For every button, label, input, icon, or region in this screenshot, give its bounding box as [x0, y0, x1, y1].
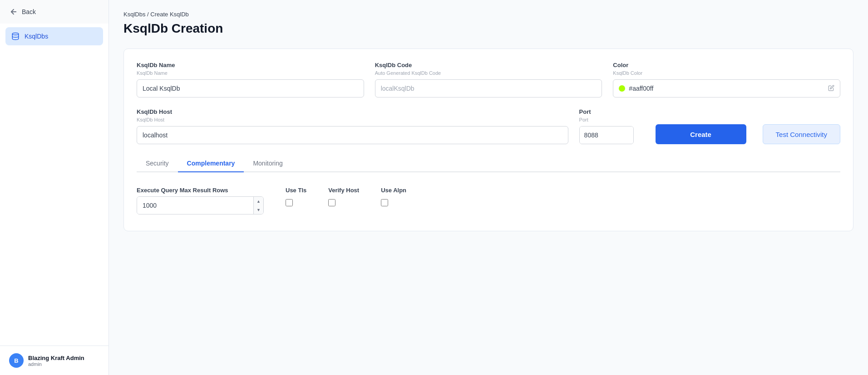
port-input[interactable] — [580, 127, 634, 144]
ksqldb-color-field: Color KsqlDb Color #aaff00ff — [613, 62, 840, 97]
sidebar: Back KsqlDbs B Blazing Kraft Admin admin — [0, 0, 109, 375]
user-info: Blazing Kraft Admin admin — [28, 355, 84, 367]
exec-query-label: Execute Query Max Result Rows — [137, 187, 264, 194]
ksqldb-code-sublabel: Auto Generated KsqlDb Code — [375, 70, 602, 76]
svg-point-0 — [12, 33, 19, 35]
port-sublabel: Port — [579, 117, 634, 122]
form-row-2: KsqlDb Host KsqlDb Host Port Port ▲ ▼ Cr… — [137, 108, 840, 144]
ksqldb-name-label: KsqlDb Name — [137, 62, 364, 68]
exec-query-input-wrap: ▲ ▼ — [137, 196, 264, 214]
avatar: B — [9, 353, 24, 368]
sidebar-footer: B Blazing Kraft Admin admin — [0, 346, 108, 375]
tab-complementary[interactable]: Complementary — [178, 155, 244, 172]
exec-query-spinners: ▲ ▼ — [253, 197, 263, 214]
tab-monitoring[interactable]: Monitoring — [244, 155, 291, 172]
breadcrumb-current: Create KsqlDb — [150, 11, 189, 18]
use-alpn-checkbox[interactable] — [381, 199, 388, 206]
port-field: Port Port ▲ ▼ — [579, 108, 634, 144]
edit-icon[interactable] — [828, 85, 834, 93]
port-input-wrapper: ▲ ▼ — [579, 126, 634, 144]
back-button[interactable]: Back — [0, 0, 108, 24]
back-label: Back — [22, 8, 36, 15]
form-section: KsqlDb Name KsqlDb Name KsqlDb Code Auto… — [123, 49, 853, 231]
sidebar-item-label: KsqlDbs — [25, 33, 48, 40]
test-connectivity-button[interactable]: Test Connectivity — [763, 124, 840, 144]
ksqldb-code-field: KsqlDb Code Auto Generated KsqlDb Code — [375, 62, 602, 97]
use-alpn-group: Use Alpn — [381, 187, 406, 206]
use-alpn-label: Use Alpn — [381, 187, 406, 194]
exec-query-down-button[interactable]: ▼ — [254, 205, 263, 214]
user-role: admin — [28, 361, 84, 367]
use-tls-label: Use Tls — [286, 187, 306, 194]
color-input-wrapper: #aaff00ff — [613, 79, 840, 97]
verify-host-group: Verify Host — [328, 187, 359, 206]
ksqldb-name-field: KsqlDb Name KsqlDb Name — [137, 62, 364, 97]
tabs: Security Complementary Monitoring — [137, 155, 840, 172]
user-name: Blazing Kraft Admin — [28, 355, 84, 361]
ksqldb-host-label: KsqlDb Host — [137, 108, 568, 115]
ksqldb-host-field: KsqlDb Host KsqlDb Host — [137, 108, 568, 144]
sidebar-nav: KsqlDbs — [0, 24, 108, 346]
color-value: #aaff00ff — [629, 85, 824, 92]
ksqldb-host-input[interactable] — [137, 126, 568, 144]
sidebar-item-ksqldbs[interactable]: KsqlDbs — [5, 27, 103, 45]
exec-query-up-button[interactable]: ▲ — [254, 197, 263, 205]
color-dot — [619, 85, 625, 92]
ksqldb-color-sublabel: KsqlDb Color — [613, 70, 840, 76]
ksqldb-name-input[interactable] — [137, 79, 364, 97]
tab-security[interactable]: Security — [137, 155, 178, 172]
database-icon — [11, 32, 20, 41]
breadcrumb-parent[interactable]: KsqlDbs — [123, 11, 145, 18]
ksqldb-code-input[interactable] — [375, 79, 602, 97]
ksqldb-name-sublabel: KsqlDb Name — [137, 70, 364, 76]
ksqldb-color-label: Color — [613, 62, 840, 68]
complementary-row: Execute Query Max Result Rows ▲ ▼ Use Tl… — [137, 187, 840, 214]
form-row-1: KsqlDb Name KsqlDb Name KsqlDb Code Auto… — [137, 62, 840, 97]
back-arrow-icon — [9, 7, 18, 16]
verify-host-label: Verify Host — [328, 187, 359, 194]
use-tls-group: Use Tls — [286, 187, 306, 206]
ksqldb-host-sublabel: KsqlDb Host — [137, 117, 568, 122]
verify-host-checkbox[interactable] — [328, 199, 335, 206]
exec-query-field: Execute Query Max Result Rows ▲ ▼ — [137, 187, 264, 214]
page-title: KsqlDb Creation — [123, 21, 853, 36]
use-tls-checkbox[interactable] — [286, 199, 293, 206]
tab-content-complementary: Execute Query Max Result Rows ▲ ▼ Use Tl… — [137, 183, 840, 218]
main-content: KsqlDbs / Create KsqlDb KsqlDb Creation … — [109, 0, 868, 375]
breadcrumb: KsqlDbs / Create KsqlDb — [123, 11, 853, 18]
ksqldb-code-label: KsqlDb Code — [375, 62, 602, 68]
exec-query-input[interactable] — [137, 197, 253, 214]
port-label: Port — [579, 108, 634, 115]
create-button[interactable]: Create — [656, 124, 746, 144]
